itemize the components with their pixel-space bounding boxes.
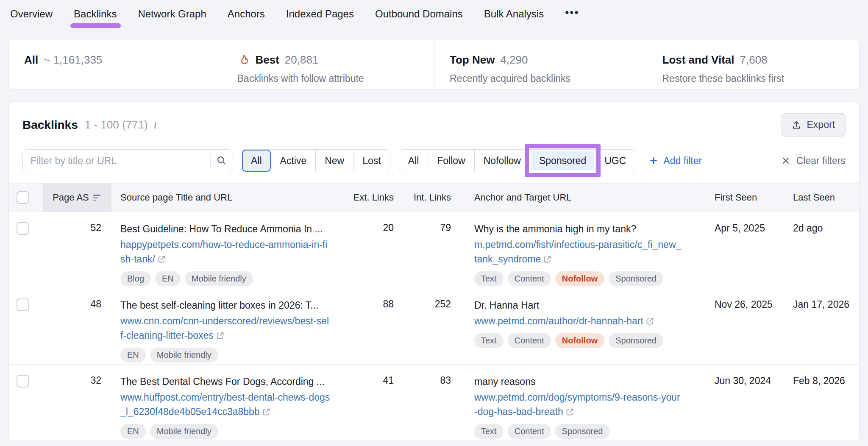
tab-overview[interactable]: Overview <box>9 0 53 28</box>
anchor-badge: Text <box>474 333 504 348</box>
last-seen-value: 2d ago <box>774 212 859 288</box>
anchor-badge: Text <box>474 424 504 439</box>
search-box <box>22 149 233 172</box>
table-body: 52Best Guideline: How To Reduce Ammonia … <box>9 212 859 441</box>
status-option-active[interactable]: Active <box>271 150 316 172</box>
anchor-text: Why is the ammonia high in my tank? <box>474 222 683 236</box>
clear-filters-label: Clear filters <box>796 155 846 167</box>
tab-network-graph[interactable]: Network Graph <box>137 0 207 28</box>
table-header: Page AS Source page Title and URL Ext. L… <box>9 183 859 212</box>
add-filter-label: Add filter <box>663 155 702 167</box>
external-link-icon <box>565 407 574 416</box>
external-link-icon <box>157 255 166 264</box>
row-checkbox[interactable] <box>17 375 29 387</box>
source-badge: Blog <box>120 271 151 286</box>
source-url-link[interactable]: www.huffpost.com/entry/best-dental-chews… <box>120 390 331 419</box>
page-title: Backlinks <box>22 118 78 132</box>
anchor-text: many reasons <box>474 375 683 388</box>
target-url-link[interactable]: www.petmd.com/author/dr-hannah-hart <box>474 314 654 328</box>
external-link-icon <box>262 407 271 416</box>
summary-card-top-new[interactable]: Top New4,290Recently acquired backlinks <box>434 39 647 89</box>
table-row: 52Best Guideline: How To Reduce Ammonia … <box>9 212 859 288</box>
follow-option-nofollow[interactable]: Nofollow <box>474 150 530 172</box>
last-seen-value: Feb 8, 2026 <box>774 365 859 440</box>
follow-filter-group: AllFollowNofollowSponsoredUGC <box>399 149 636 172</box>
page-as-value: 52 <box>43 212 111 288</box>
card-subtitle: Restore these backlinks first <box>662 73 855 84</box>
anchor-text: Dr. Hanna Hart <box>474 298 683 312</box>
more-tabs-button[interactable]: ••• <box>564 0 580 28</box>
tab-anchors[interactable]: Anchors <box>227 0 266 28</box>
anchor-badge: Content <box>508 424 551 439</box>
anchor-badge: Nofollow <box>555 333 604 348</box>
table-row: 48The best self-cleaning litter boxes in… <box>9 288 859 365</box>
column-header-anchor: Anchor and Target URL <box>456 184 696 212</box>
flame-icon <box>237 54 250 67</box>
source-title: The best self-cleaning litter boxes in 2… <box>120 298 331 312</box>
tab-indexed-pages[interactable]: Indexed Pages <box>285 0 355 28</box>
card-value: 7,608 <box>740 53 768 67</box>
tab-outbound-domains[interactable]: Outbound Domains <box>374 0 464 28</box>
anchor-badge: Nofollow <box>555 271 604 286</box>
column-header-last-seen: Last Seen <box>774 184 859 212</box>
card-title: Top New <box>450 53 495 67</box>
export-button[interactable]: Export <box>781 113 846 137</box>
column-header-page-as[interactable]: Page AS <box>43 184 111 212</box>
ext-links-value: 41 <box>348 365 399 440</box>
row-checkbox[interactable] <box>17 298 29 311</box>
summary-card-all[interactable]: All~ 1,161,335 <box>9 39 222 89</box>
source-badge: Mobile friendly <box>185 271 253 286</box>
int-links-value: 79 <box>399 212 456 288</box>
card-title: Lost and Vital <box>662 53 734 67</box>
external-link-icon <box>216 331 225 340</box>
target-url-link[interactable]: www.petmd.com/dog/symptoms/9-reasons-you… <box>474 390 683 419</box>
search-input[interactable] <box>23 155 210 167</box>
upload-icon <box>791 120 801 130</box>
source-url-link[interactable]: www.cnn.com/cnn-underscored/reviews/best… <box>120 314 331 343</box>
table-row: 32The Best Dental Chews For Dogs, Accord… <box>9 365 859 441</box>
select-all-checkbox[interactable] <box>17 191 29 204</box>
summary-card-best[interactable]: Best20,881Backlinks with follow attribut… <box>222 39 434 89</box>
source-badge: EN <box>155 271 181 286</box>
source-url-link[interactable]: happypetpets.com/how-to-reduce-ammonia-i… <box>120 237 331 266</box>
column-header-first-seen: First Seen <box>696 184 774 212</box>
search-icon <box>216 155 227 166</box>
column-header-source: Source page Title and URL <box>111 184 348 212</box>
search-icon-button[interactable] <box>211 150 233 172</box>
status-option-lost[interactable]: Lost <box>353 150 389 172</box>
info-icon[interactable]: i <box>154 119 157 131</box>
status-option-new[interactable]: New <box>315 150 353 172</box>
first-seen-value: Jun 30, 2024 <box>696 365 774 440</box>
last-seen-value: Jan 17, 2026 <box>774 288 859 364</box>
card-title: Best <box>256 53 279 67</box>
clear-filters-button[interactable]: Clear filters <box>781 155 846 167</box>
status-filter-group: AllActiveNewLost <box>242 149 390 172</box>
ext-links-value: 88 <box>348 288 399 364</box>
follow-option-follow[interactable]: Follow <box>428 150 474 172</box>
summary-card-lost-and-vital[interactable]: Lost and Vital7,608Restore these backlin… <box>647 39 860 89</box>
target-url-link[interactable]: m.petmd.com/fish/infectious-parasitic/c_… <box>474 237 683 266</box>
anchor-badge: Content <box>508 271 551 286</box>
card-subtitle: Recently acquired backlinks <box>450 73 643 84</box>
tab-bulk-analysis[interactable]: Bulk Analysis <box>483 0 545 28</box>
follow-option-sponsored[interactable]: Sponsored <box>530 150 595 172</box>
source-title: The Best Dental Chews For Dogs, Accordin… <box>120 375 331 388</box>
add-filter-button[interactable]: Add filter <box>649 155 702 167</box>
follow-option-ugc[interactable]: UGC <box>595 150 635 172</box>
source-badge: EN <box>120 424 146 439</box>
card-value: 20,881 <box>285 53 319 67</box>
row-checkbox[interactable] <box>17 222 29 235</box>
card-value: ~ 1,161,335 <box>44 53 102 67</box>
summary-cards: All~ 1,161,335Best20,881Backlinks with f… <box>8 39 860 90</box>
top-nav: OverviewBacklinksNetwork GraphAnchorsInd… <box>0 0 868 28</box>
status-option-all[interactable]: All <box>242 150 271 172</box>
page-as-value: 32 <box>43 365 111 440</box>
external-link-icon <box>543 255 552 264</box>
panel-header: Backlinks 1 - 100 (771) i Export <box>9 102 859 143</box>
follow-option-all[interactable]: All <box>399 150 428 172</box>
column-header-ext-links: Ext. Links <box>348 184 399 212</box>
int-links-value: 252 <box>399 288 456 364</box>
anchor-badge: Text <box>474 271 504 286</box>
tab-backlinks[interactable]: Backlinks <box>73 0 117 28</box>
column-header-int-links: Int. Links <box>399 184 456 212</box>
